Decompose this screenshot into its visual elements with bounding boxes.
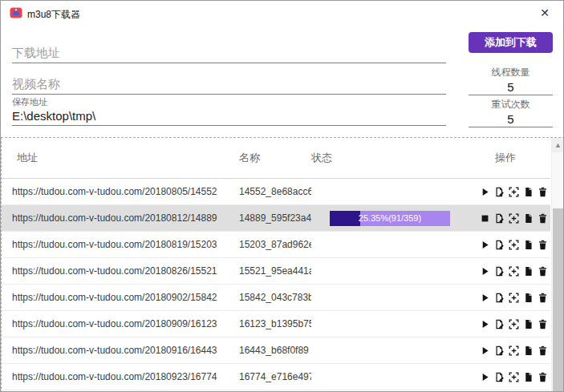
table-row[interactable]: https://tudou.com-v-tudou.com/20180819/1…	[2, 232, 550, 258]
scroll-up-icon[interactable]: ▲	[552, 138, 564, 152]
edit-icon[interactable]	[494, 293, 505, 303]
retry-count-field[interactable]: 重试次数 5	[469, 98, 553, 127]
play-icon[interactable]	[480, 240, 490, 250]
header-status: 状态	[311, 151, 477, 165]
add-to-download-button[interactable]: 添加到下载	[469, 32, 553, 53]
table-row[interactable]: https://tudou.com-v-tudou.com/20180916/1…	[2, 337, 550, 364]
copy-icon[interactable]	[523, 240, 534, 250]
close-button[interactable]: ✕	[531, 2, 558, 23]
row-name: 16443_b68f0f89	[239, 345, 311, 356]
delete-icon[interactable]	[538, 213, 548, 224]
row-url: https://tudou.com-v-tudou.com/20180805/1…	[2, 186, 239, 197]
table-row[interactable]: https://tudou.com-v-tudou.com/20180923/1…	[2, 364, 550, 390]
delete-icon[interactable]	[538, 319, 548, 329]
vertical-scrollbar[interactable]: ▲	[551, 138, 564, 392]
row-status	[311, 285, 477, 310]
play-icon[interactable]	[480, 266, 490, 277]
table-row[interactable]: https://tudou.com-v-tudou.com/20180826/1…	[2, 258, 550, 285]
row-url: https://tudou.com-v-tudou.com/20180812/1…	[2, 212, 239, 224]
table-header: 地址 名称 状态 操作	[2, 138, 550, 179]
play-icon[interactable]	[480, 372, 490, 382]
header-name: 名称	[239, 151, 311, 165]
row-status	[311, 232, 477, 257]
app-window: m3u8下载器 ✕ 保存地址 添加到下载 线程数量 5 重试次数 5 地址 名称…	[0, 0, 564, 392]
edit-icon[interactable]	[494, 346, 505, 356]
merge-icon[interactable]	[509, 293, 519, 303]
row-status	[311, 311, 477, 337]
row-name: 15842_043c783b	[239, 292, 311, 303]
retry-count-value: 5	[469, 112, 553, 126]
stop-icon[interactable]	[480, 213, 490, 224]
delete-icon[interactable]	[538, 187, 548, 197]
row-actions	[477, 187, 550, 197]
table-row[interactable]: https://tudou.com-v-tudou.com/20180902/1…	[2, 285, 550, 311]
row-url: https://tudou.com-v-tudou.com/20180909/1…	[2, 318, 239, 329]
scrollbar-thumb[interactable]	[553, 208, 563, 392]
row-name: 16774_e716e497	[239, 371, 311, 382]
play-icon[interactable]	[480, 293, 490, 303]
progress-bar: 25.35%(91/359)	[330, 211, 450, 226]
progress-label: 25.35%(91/359)	[330, 211, 450, 226]
row-actions	[477, 319, 550, 329]
row-name: 16123_b1395b75	[239, 318, 311, 329]
edit-icon[interactable]	[494, 319, 505, 329]
copy-icon[interactable]	[523, 293, 534, 303]
row-name: 14552_8e68acc6	[239, 186, 311, 197]
edit-icon[interactable]	[494, 187, 505, 197]
row-url: https://tudou.com-v-tudou.com/20180923/1…	[2, 371, 239, 382]
row-name: 14889_595f23a4	[239, 212, 311, 224]
merge-icon[interactable]	[509, 266, 519, 277]
row-status	[311, 258, 477, 284]
thread-count-value: 5	[469, 80, 553, 94]
thread-count-field[interactable]: 线程数量 5	[469, 66, 553, 95]
play-icon[interactable]	[480, 187, 490, 197]
edit-icon[interactable]	[494, 372, 505, 382]
row-actions	[477, 213, 550, 224]
row-actions	[477, 240, 550, 250]
merge-icon[interactable]	[509, 319, 519, 329]
play-icon[interactable]	[480, 319, 490, 329]
copy-icon[interactable]	[523, 319, 534, 329]
row-actions	[477, 266, 550, 277]
merge-icon[interactable]	[509, 346, 519, 356]
merge-icon[interactable]	[509, 213, 519, 224]
edit-icon[interactable]	[494, 240, 505, 250]
retry-count-label: 重试次数	[469, 98, 553, 111]
delete-icon[interactable]	[538, 346, 548, 356]
header-operation: 操作	[477, 151, 550, 165]
merge-icon[interactable]	[509, 240, 519, 250]
table-row[interactable]: https://tudou.com-v-tudou.com/20180812/1…	[2, 205, 550, 232]
row-actions	[477, 372, 550, 382]
copy-icon[interactable]	[523, 213, 534, 224]
window-title: m3u8下载器	[27, 8, 80, 22]
delete-icon[interactable]	[538, 293, 548, 303]
copy-icon[interactable]	[523, 346, 534, 356]
play-icon[interactable]	[480, 346, 490, 356]
table-rows: https://tudou.com-v-tudou.com/20180805/1…	[2, 179, 550, 392]
copy-icon[interactable]	[523, 266, 534, 277]
edit-icon[interactable]	[494, 213, 505, 224]
row-status	[311, 179, 477, 204]
merge-icon[interactable]	[509, 187, 519, 197]
delete-icon[interactable]	[538, 266, 548, 277]
title-bar: m3u8下载器 ✕	[1, 1, 563, 25]
row-url: https://tudou.com-v-tudou.com/20180916/1…	[2, 345, 239, 356]
download-table: 地址 名称 状态 操作 https://tudou.com-v-tudou.co…	[1, 137, 564, 392]
thread-count-label: 线程数量	[469, 66, 553, 79]
copy-icon[interactable]	[523, 372, 534, 382]
edit-icon[interactable]	[494, 266, 505, 277]
row-status	[311, 364, 477, 390]
table-row[interactable]: https://tudou.com-v-tudou.com/20180805/1…	[2, 179, 550, 205]
video-name-input[interactable]	[12, 74, 446, 95]
row-name: 15203_87ad962e	[239, 239, 311, 250]
row-url: https://tudou.com-v-tudou.com/20180902/1…	[2, 292, 239, 303]
table-row[interactable]: https://tudou.com-v-tudou.com/20180909/1…	[2, 311, 550, 337]
delete-icon[interactable]	[538, 372, 548, 382]
row-status: 25.35%(91/359)	[311, 205, 477, 231]
copy-icon[interactable]	[523, 187, 534, 197]
row-url: https://tudou.com-v-tudou.com/20180819/1…	[2, 239, 239, 250]
merge-icon[interactable]	[509, 372, 519, 382]
download-url-input[interactable]	[12, 42, 446, 63]
delete-icon[interactable]	[538, 240, 548, 250]
save-path-input[interactable]	[12, 106, 446, 126]
